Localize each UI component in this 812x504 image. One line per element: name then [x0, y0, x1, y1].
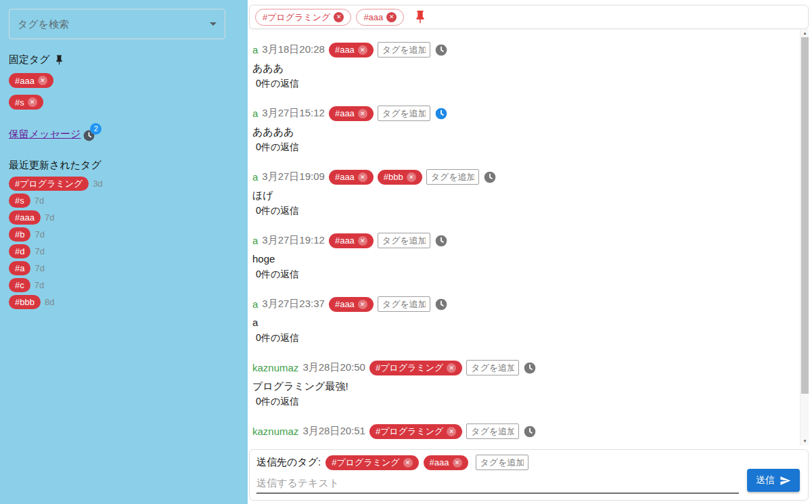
message-username[interactable]: a: [252, 108, 258, 119]
recent-tag-row: #c7d: [9, 278, 239, 292]
tag-chip[interactable]: #aaa✕: [356, 9, 404, 26]
tag-chip[interactable]: #aaa✕: [9, 73, 53, 88]
messages-panel: a3月18日20:28#aaa✕あああ0件の返信a3月27日15:12#aaa✕…: [249, 29, 809, 445]
tag-chip[interactable]: #プログラミング✕: [369, 424, 462, 439]
composer-add-tag-input[interactable]: [476, 455, 528, 470]
message-add-tag-input[interactable]: [466, 423, 519, 439]
recent-tag-row: #bbb8d: [9, 295, 239, 309]
tag-chip-label: #プログラミング: [332, 458, 399, 467]
tag-chip[interactable]: #c: [9, 278, 30, 292]
tag-age-label: 8d: [45, 297, 54, 307]
tag-chip[interactable]: #aaa: [9, 210, 41, 225]
close-icon[interactable]: ✕: [358, 300, 367, 309]
chevron-down-icon[interactable]: [210, 22, 217, 26]
close-icon[interactable]: ✕: [403, 458, 413, 467]
tag-chip-label: #a: [15, 264, 24, 273]
tag-chip[interactable]: #プログラミング✕: [325, 455, 418, 470]
tag-chip[interactable]: #s✕: [9, 95, 43, 110]
clock-button[interactable]: [434, 43, 448, 57]
send-icon: [780, 475, 791, 486]
message-replies-link[interactable]: 0件の返信: [252, 141, 788, 154]
close-icon[interactable]: ✕: [358, 236, 367, 246]
message-header: a3月18日20:28#aaa✕: [252, 42, 788, 58]
scroll-up-arrow[interactable]: ▲: [800, 29, 809, 37]
tag-chip[interactable]: #aaa✕: [329, 233, 374, 248]
scrollbar-thumb[interactable]: [801, 37, 809, 394]
message-add-tag-input[interactable]: [426, 169, 479, 185]
clock-button[interactable]: [434, 107, 448, 120]
tag-chip[interactable]: #aaa✕: [329, 170, 374, 185]
tag-chip[interactable]: #aaa✕: [329, 43, 374, 58]
message-add-tag-input[interactable]: [378, 233, 430, 248]
close-icon[interactable]: ✕: [358, 45, 367, 55]
message-replies-link[interactable]: 0件の返信: [252, 204, 788, 217]
message-replies-link[interactable]: 0件の返信: [252, 77, 788, 90]
message-username[interactable]: a: [252, 298, 258, 310]
message-username[interactable]: a: [252, 235, 258, 246]
pin-icon[interactable]: [413, 9, 428, 24]
message-text: a: [252, 316, 788, 329]
composer-text-input[interactable]: [256, 472, 739, 494]
tag-search-input[interactable]: [18, 18, 204, 30]
clock-icon: [523, 361, 537, 375]
tag-chip[interactable]: #プログラミング: [9, 177, 89, 191]
message: a3月27日23:37#aaa✕a0件の返信: [252, 296, 788, 344]
tag-search-select[interactable]: [9, 9, 225, 39]
scrollbar[interactable]: ▲ ▼: [800, 29, 809, 445]
message-add-tag-input[interactable]: [378, 296, 430, 312]
tag-age-label: 7d: [35, 229, 44, 239]
clock-button[interactable]: [483, 170, 497, 184]
clock-button[interactable]: [523, 361, 537, 375]
close-icon[interactable]: ✕: [334, 12, 344, 22]
close-icon[interactable]: ✕: [453, 458, 462, 467]
message-text: hoge: [252, 252, 788, 266]
close-icon[interactable]: ✕: [407, 173, 416, 182]
tag-chip[interactable]: #aaa✕: [329, 106, 374, 121]
close-icon[interactable]: ✕: [358, 109, 367, 118]
scroll-down-arrow[interactable]: ▼: [800, 437, 809, 445]
message-username[interactable]: kaznumaz: [252, 426, 298, 437]
recent-tags-list: #プログラミング3d#s7d#aaa7d#b7d#d7d#a7d#c7d#bbb…: [9, 177, 239, 309]
close-icon[interactable]: ✕: [38, 76, 47, 85]
message-add-tag-input[interactable]: [466, 360, 519, 375]
message-username[interactable]: a: [252, 171, 258, 183]
tag-chip[interactable]: #プログラミング✕: [255, 9, 351, 26]
tag-chip-label: #bbb: [384, 173, 403, 181]
pinned-tag-row: #aaa✕: [9, 73, 239, 95]
send-button[interactable]: 送信: [747, 469, 800, 492]
message-add-tag-input[interactable]: [378, 106, 430, 121]
tag-chip[interactable]: #aaa✕: [424, 455, 468, 470]
clock-button[interactable]: [434, 298, 448, 311]
tag-chip-label: #aaa: [363, 13, 383, 22]
tag-chip-label: #aaa: [335, 236, 355, 245]
message-replies-link[interactable]: 0件の返信: [252, 331, 788, 344]
tag-chip[interactable]: #bbb: [9, 295, 41, 309]
clock-button[interactable]: [434, 234, 448, 248]
tag-chip[interactable]: #d: [9, 244, 30, 258]
message-replies-link[interactable]: 0件の返信: [252, 268, 788, 281]
tag-age-label: 7d: [35, 280, 44, 290]
tag-chip[interactable]: #aaa✕: [329, 297, 374, 312]
tag-chip[interactable]: #s: [9, 193, 30, 208]
tag-chip[interactable]: #b: [9, 227, 30, 242]
tag-age-label: 7d: [35, 263, 44, 273]
pinned-tags-heading: 固定タグ: [9, 53, 239, 66]
close-icon[interactable]: ✕: [447, 427, 456, 436]
tag-chip[interactable]: #プログラミング✕: [369, 361, 462, 375]
message-replies-link[interactable]: 0件の返信: [252, 395, 788, 408]
close-icon[interactable]: ✕: [386, 12, 397, 22]
tag-age-label: 3d: [93, 179, 102, 189]
held-messages-link[interactable]: 保留メッセージ: [9, 128, 81, 141]
recent-tags-heading: 最近更新されたタグ: [9, 159, 239, 172]
message-add-tag-input[interactable]: [378, 42, 430, 58]
tag-chip[interactable]: #bbb✕: [378, 170, 422, 185]
close-icon[interactable]: ✕: [447, 363, 456, 373]
tag-chip[interactable]: #a: [9, 261, 30, 275]
message-username[interactable]: a: [252, 44, 258, 55]
close-icon[interactable]: ✕: [28, 97, 37, 107]
message-timestamp: 3月18日20:28: [262, 43, 325, 56]
close-icon[interactable]: ✕: [358, 173, 367, 182]
message-header: a3月27日15:12#aaa✕: [252, 106, 788, 121]
clock-button[interactable]: [523, 425, 537, 438]
message-username[interactable]: kaznumaz: [252, 362, 298, 373]
